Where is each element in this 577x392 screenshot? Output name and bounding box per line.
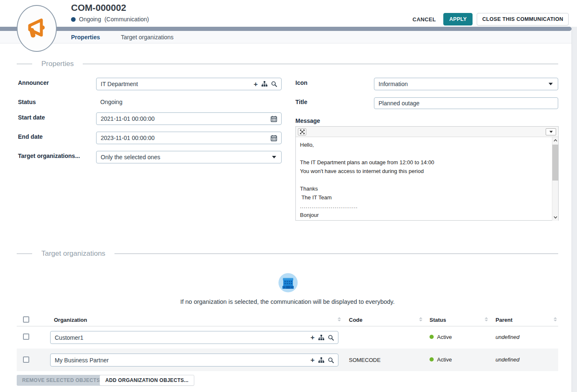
cancel-button[interactable]: CANCEL xyxy=(409,14,439,25)
page-scroll-gutter[interactable] xyxy=(572,27,577,392)
organization-picker-input[interactable] xyxy=(51,357,310,364)
start-date-label: Start date xyxy=(18,114,45,121)
end-date-label: End date xyxy=(18,133,43,140)
title-input[interactable] xyxy=(374,100,558,107)
title-field-label: Title xyxy=(295,99,308,105)
row-checkbox[interactable] xyxy=(23,333,29,340)
parent-cell: undefined xyxy=(496,356,519,363)
editor-toolbar xyxy=(296,127,558,137)
message-text: Hello, The IT Department plans an outage… xyxy=(296,137,558,219)
remove-selected-objects-button[interactable]: REMOVE SELECTED OBJECTS xyxy=(17,375,105,386)
add-organization-objects-button[interactable]: ADD ORGANIZATION OBJECTS... xyxy=(99,375,194,386)
close-communication-button[interactable]: CLOSE THIS COMMUNICATION xyxy=(477,13,569,25)
end-date-field xyxy=(96,132,282,144)
row-checkbox[interactable] xyxy=(23,356,29,363)
announcer-field: + xyxy=(96,78,282,90)
tab-target-organizations[interactable]: Target organizations xyxy=(121,34,173,41)
properties-section-legend: Properties xyxy=(17,60,558,68)
legend-line xyxy=(114,253,558,254)
legend-line xyxy=(17,64,32,64)
parent-cell: undefined xyxy=(496,334,519,340)
start-date-tools xyxy=(271,116,281,122)
icon-field-label: Icon xyxy=(295,79,308,86)
end-date-input[interactable] xyxy=(97,135,271,141)
create-icon[interactable]: + xyxy=(310,334,315,341)
status-field-value: Ongoing xyxy=(100,99,122,105)
legend-line xyxy=(83,64,558,64)
org-table-row: + SOMECODE Active undefined xyxy=(17,349,558,371)
end-date-tools xyxy=(271,135,281,141)
apply-button[interactable]: APPLY xyxy=(443,13,473,25)
org-table-row: + Active undefined xyxy=(17,326,558,349)
announcer-field-tools: + xyxy=(254,81,281,88)
no-organization-hint: If no organization is selected, the comm… xyxy=(17,298,558,305)
target-orgs-mode-label: Target organizations... xyxy=(18,153,80,159)
scroll-down-icon[interactable] xyxy=(552,214,558,221)
column-header-organization[interactable]: Organization xyxy=(54,317,87,323)
header-actions: CANCEL APPLY CLOSE THIS COMMUNICATION xyxy=(409,13,569,25)
select-all-checkbox[interactable] xyxy=(23,316,29,323)
megaphone-icon xyxy=(25,16,49,41)
create-icon[interactable]: + xyxy=(310,356,315,364)
search-icon[interactable] xyxy=(271,81,277,87)
calendar-icon[interactable] xyxy=(271,135,277,141)
announcer-label: Announcer xyxy=(18,79,49,86)
create-icon[interactable]: + xyxy=(254,81,258,88)
announcer-input[interactable] xyxy=(97,81,254,87)
message-editor-body[interactable]: Hello, The IT Department plans an outage… xyxy=(296,137,558,221)
toolbar-collapse-dropdown[interactable] xyxy=(546,128,556,135)
start-date-field xyxy=(96,112,282,125)
hierarchy-icon[interactable] xyxy=(318,357,324,363)
organization-picker-tools: + xyxy=(310,356,338,364)
page-title: COM-000002 xyxy=(71,3,126,13)
editor-scrollbar[interactable] xyxy=(552,137,558,221)
organization-picker-field: + xyxy=(50,331,338,344)
hierarchy-icon[interactable] xyxy=(318,335,324,341)
sort-icon[interactable] xyxy=(419,317,422,321)
status-cell: Active xyxy=(437,356,452,363)
calendar-icon[interactable] xyxy=(271,116,277,122)
header-separator-bar xyxy=(0,27,572,31)
communication-detail-page: COM-000002 Ongoing (Communication) CANCE… xyxy=(0,0,577,392)
sort-icon[interactable] xyxy=(485,317,488,321)
column-header-status[interactable]: Status xyxy=(430,317,446,323)
target-orgs-section-title: Target organizations xyxy=(41,249,105,258)
organization-picker-tools: + xyxy=(310,334,338,341)
tab-bar: Properties Target organizations xyxy=(0,31,572,43)
org-table-header: Organization Code Status Parent xyxy=(17,313,558,326)
organization-picker-input[interactable] xyxy=(51,334,310,341)
code-cell: SOMECODE xyxy=(349,357,381,363)
title-field xyxy=(374,97,558,109)
icon-select[interactable]: Information xyxy=(374,78,558,90)
hierarchy-icon[interactable] xyxy=(262,81,267,87)
search-icon[interactable] xyxy=(328,335,334,341)
active-status-dot xyxy=(430,335,434,339)
message-label: Message xyxy=(295,117,320,124)
sort-icon[interactable] xyxy=(338,317,341,321)
object-status-line: Ongoing (Communication) xyxy=(71,16,149,23)
search-icon[interactable] xyxy=(328,357,334,363)
communication-avatar xyxy=(17,5,57,52)
properties-section-title: Properties xyxy=(41,60,74,68)
active-status-dot xyxy=(430,357,434,361)
start-date-input[interactable] xyxy=(97,115,271,122)
tab-properties[interactable]: Properties xyxy=(71,34,100,41)
scroll-up-icon[interactable] xyxy=(552,137,558,144)
sort-icon[interactable] xyxy=(554,317,557,321)
message-rich-editor: Hello, The IT Department plans an outage… xyxy=(295,126,559,221)
status-cell: Active xyxy=(437,334,452,340)
target-orgs-section-legend: Target organizations xyxy=(17,249,558,258)
column-header-code[interactable]: Code xyxy=(349,317,363,323)
maximize-editor-button[interactable] xyxy=(298,128,306,135)
legend-line xyxy=(17,253,32,254)
status-dot xyxy=(71,17,76,22)
target-orgs-mode-select[interactable]: Only the selected ones xyxy=(96,151,282,163)
chevron-down-icon xyxy=(549,131,553,133)
maximize-icon xyxy=(300,130,305,134)
organization-picker-field: + xyxy=(50,354,338,367)
scrollbar-thumb[interactable] xyxy=(552,145,558,181)
chevron-down-icon xyxy=(272,156,276,158)
column-header-parent[interactable]: Parent xyxy=(496,317,512,323)
target-orgs-mode-value: Only the selected ones xyxy=(101,154,160,160)
status-label: Ongoing xyxy=(79,16,101,23)
